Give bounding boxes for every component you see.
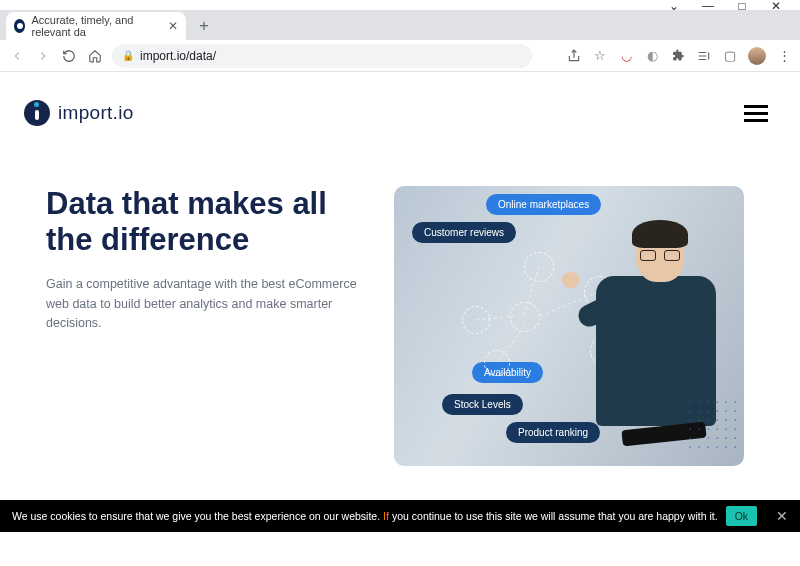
profile-avatar[interactable] bbox=[748, 47, 766, 65]
cookie-banner: We use cookies to ensure that we give yo… bbox=[0, 500, 800, 532]
window-close-icon[interactable]: ✕ bbox=[770, 0, 782, 12]
svg-line-0 bbox=[524, 266, 539, 316]
hamburger-menu-icon[interactable] bbox=[744, 105, 768, 122]
cookie-close-icon[interactable]: ✕ bbox=[776, 508, 788, 524]
hero-subtitle: Gain a competitive advantage with the be… bbox=[46, 275, 376, 333]
brand-logo-icon bbox=[24, 100, 50, 126]
share-icon[interactable] bbox=[566, 48, 582, 64]
svg-line-2 bbox=[498, 326, 524, 362]
pill-marketplaces: Online marketplaces bbox=[486, 194, 601, 215]
new-tab-button[interactable]: + bbox=[192, 14, 216, 38]
hero-image: Online marketplaces Customer reviews Ava… bbox=[394, 186, 744, 466]
back-icon[interactable] bbox=[8, 47, 26, 65]
svg-line-1 bbox=[476, 316, 514, 320]
ext-shield-icon[interactable]: ◡ bbox=[618, 48, 634, 64]
ext-square-icon[interactable]: ▢ bbox=[722, 48, 738, 64]
brand-name: import.io bbox=[58, 102, 134, 124]
browser-tab[interactable]: Accurate, timely, and relevant da ✕ bbox=[6, 12, 186, 40]
favicon-icon bbox=[14, 19, 25, 33]
reading-list-icon[interactable] bbox=[696, 48, 712, 64]
hero-title: Data that makes all the difference bbox=[46, 186, 376, 257]
browser-toolbar: 🔒 import.io/data/ ☆ ◡ ◐ ▢ ⋮ bbox=[0, 40, 800, 72]
reload-icon[interactable] bbox=[60, 47, 78, 65]
cookie-highlight: If bbox=[383, 510, 389, 522]
page-content: import.io Data that makes all the differ… bbox=[0, 72, 800, 544]
cookie-ok-button[interactable]: Ok bbox=[726, 506, 757, 526]
address-bar[interactable]: 🔒 import.io/data/ bbox=[112, 44, 532, 68]
window-minimize-icon[interactable]: — bbox=[702, 0, 714, 12]
extensions-row: ☆ ◡ ◐ ▢ ⋮ bbox=[566, 47, 792, 65]
cookie-text: We use cookies to ensure that we give yo… bbox=[12, 510, 380, 522]
ext-circle-icon[interactable]: ◐ bbox=[644, 48, 660, 64]
hero-section: Data that makes all the difference Gain … bbox=[0, 136, 800, 466]
window-controls: ⌄ — □ ✕ bbox=[0, 0, 800, 10]
lock-icon: 🔒 bbox=[122, 50, 134, 61]
star-icon[interactable]: ☆ bbox=[592, 48, 608, 64]
tab-strip: Accurate, timely, and relevant da ✕ + bbox=[0, 10, 800, 40]
extensions-icon[interactable] bbox=[670, 48, 686, 64]
pill-reviews: Customer reviews bbox=[412, 222, 516, 243]
brand[interactable]: import.io bbox=[24, 100, 134, 126]
url-text: import.io/data/ bbox=[140, 49, 216, 63]
tab-title: Accurate, timely, and relevant da bbox=[31, 14, 162, 38]
hero-text: Data that makes all the difference Gain … bbox=[46, 186, 376, 466]
home-icon[interactable] bbox=[86, 47, 104, 65]
site-header: import.io bbox=[0, 72, 800, 136]
cookie-text-2: you continue to use this site we will as… bbox=[392, 510, 718, 522]
tab-close-icon[interactable]: ✕ bbox=[168, 19, 178, 33]
window-maximize-icon[interactable]: □ bbox=[736, 0, 748, 12]
pill-stock: Stock Levels bbox=[442, 394, 523, 415]
window-dropdown-icon[interactable]: ⌄ bbox=[668, 0, 680, 12]
decorative-dots bbox=[686, 398, 736, 448]
kebab-menu-icon[interactable]: ⋮ bbox=[776, 48, 792, 64]
forward-icon[interactable] bbox=[34, 47, 52, 65]
